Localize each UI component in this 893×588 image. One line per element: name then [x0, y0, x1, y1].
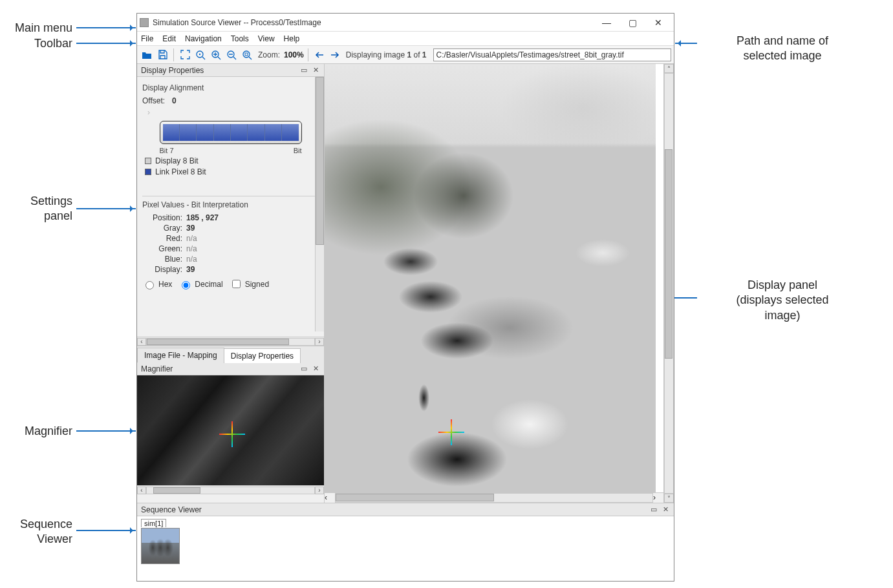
vp-vscroll-thumb[interactable] [665, 149, 672, 359]
leader-magnifier [76, 430, 136, 432]
viewport-hscroll[interactable]: ‹ › [325, 492, 663, 503]
radix-decimal[interactable]: Decimal [178, 279, 222, 289]
magnifier-header[interactable]: Magnifier ▭ ✕ [137, 362, 324, 375]
display-properties-header[interactable]: Display Properties ▭ ✕ [137, 64, 324, 77]
green-label: Green: [142, 244, 182, 253]
display-properties-body: Display Alignment Offset: 0 › Bit 7 Bit … [137, 77, 324, 346]
menu-help[interactable]: Help [284, 34, 300, 43]
radix-hex-input[interactable] [145, 281, 154, 289]
vp-hscroll-track[interactable] [335, 493, 653, 503]
gray-value: 39 [186, 224, 195, 233]
undock-icon[interactable]: ▭ [299, 66, 308, 75]
vp-hscroll-right-icon[interactable]: › [653, 493, 663, 503]
fit-window-icon[interactable] [178, 48, 192, 62]
magnifier-close-icon[interactable]: ✕ [311, 364, 320, 373]
magnifier-title: Magnifier [141, 364, 297, 373]
bit-alignment-bar[interactable] [160, 121, 302, 144]
display-label: Display: [142, 265, 182, 274]
sequence-viewer-panel: Sequence Viewer ▭ ✕ sim[1] [137, 503, 674, 581]
close-button[interactable]: ✕ [645, 14, 671, 31]
vp-vscroll-down-icon[interactable]: ˅ [664, 494, 674, 503]
svg-rect-5 [245, 53, 248, 56]
magnifier-hscroll[interactable]: ‹ › [137, 485, 324, 494]
vp-vscroll-up-icon[interactable]: ˄ [664, 64, 674, 73]
mag-hscroll-thumb[interactable] [153, 487, 200, 494]
leader-main-menu [76, 27, 136, 28]
sequence-thumb[interactable]: sim[1] [141, 519, 180, 564]
radix-hex[interactable]: Hex [142, 279, 172, 289]
toolbar-separator [173, 48, 174, 61]
viewport-vscroll[interactable]: ˄ ˅ [663, 64, 674, 503]
hscroll-thumb[interactable] [147, 339, 289, 345]
window-title: Simulation Source Viewer -- Process0/Tes… [153, 18, 594, 27]
menu-navigation[interactable]: Navigation [185, 34, 222, 43]
radix-row: Hex Decimal Signed [142, 278, 319, 290]
magnifier-undock-icon[interactable]: ▭ [299, 364, 308, 373]
zoom-region-icon[interactable] [240, 48, 254, 62]
radix-signed-input[interactable] [232, 280, 241, 288]
bit-labels: Bit 7 Bit [160, 147, 302, 154]
maximize-button[interactable]: ▢ [619, 14, 645, 31]
legend-display: Display 8 Bit [145, 156, 319, 165]
zoom-out-icon[interactable] [224, 48, 239, 62]
hscroll-left-icon[interactable]: ‹ [137, 338, 146, 346]
legend-link-text: Link Pixel 8 Bit [155, 167, 206, 176]
minimize-button[interactable]: ― [594, 14, 619, 31]
sequence-thumb-image[interactable] [141, 528, 180, 564]
properties-vscroll-thumb[interactable] [316, 77, 324, 245]
properties-hscroll[interactable]: ‹ › [137, 337, 324, 346]
hscroll-track[interactable] [146, 338, 315, 346]
zoom-actual-icon[interactable] [193, 48, 208, 62]
left-column: Display Properties ▭ ✕ Display Alignment… [137, 64, 325, 503]
properties-vscrollbar[interactable] [315, 77, 324, 331]
annot-path-name: Path and name of selected image [698, 34, 866, 64]
prev-image-button[interactable] [312, 48, 327, 62]
displaying-text: Displaying image 1 of 1 [346, 50, 427, 59]
tab-display-properties[interactable]: Display Properties [224, 348, 301, 363]
annot-magnifier: Magnifier [0, 424, 72, 439]
vp-hscroll-thumb[interactable] [336, 494, 494, 501]
sequence-close-icon[interactable]: ✕ [661, 505, 670, 514]
image-path-field[interactable]: C:/Basler/VisualApplets/Testimages/stree… [433, 48, 672, 61]
displaying-of: of [411, 50, 422, 59]
next-image-button[interactable] [328, 48, 342, 62]
zoom-in-icon[interactable] [209, 48, 223, 62]
radix-dec-input[interactable] [182, 281, 190, 289]
sequence-undock-icon[interactable]: ▭ [649, 505, 658, 514]
save-file-icon[interactable] [155, 48, 169, 62]
mag-hscroll-track[interactable] [146, 487, 315, 494]
leader-toolbar [76, 43, 136, 44]
pixel-values: Position:185 , 927 Gray:39 Red:n/a Green… [142, 213, 319, 274]
hscroll-right-icon[interactable]: › [315, 338, 324, 346]
display-panel: ‹ › ˄ ˅ [325, 64, 674, 503]
radix-dec-label: Decimal [195, 280, 222, 289]
menu-file[interactable]: File [141, 34, 153, 43]
legend-swatch-blue [145, 169, 151, 175]
image-viewport[interactable]: ‹ › [325, 64, 663, 503]
close-panel-icon[interactable]: ✕ [311, 66, 320, 75]
leader-settings [76, 208, 136, 209]
magnifier-image[interactable] [137, 375, 324, 485]
mag-hscroll-left-icon[interactable]: ‹ [137, 487, 146, 494]
menubar: File Edit Navigation Tools View Help [137, 32, 674, 46]
displaying-total: 1 [422, 50, 427, 59]
menu-view[interactable]: View [258, 34, 275, 43]
green-value: n/a [186, 244, 197, 253]
alignment-heading: Display Alignment [142, 83, 319, 92]
menu-tools[interactable]: Tools [231, 34, 249, 43]
sequence-viewer-header[interactable]: Sequence Viewer ▭ ✕ [137, 503, 674, 516]
chevron-right-icon[interactable]: › [147, 108, 319, 117]
radix-signed[interactable]: Signed [230, 278, 269, 290]
viewport-crosshair [445, 426, 458, 439]
titlebar[interactable]: Simulation Source Viewer -- Process0/Tes… [137, 14, 674, 32]
vp-hscroll-left-icon[interactable]: ‹ [325, 493, 335, 503]
bit-label-right: Bit [294, 147, 302, 154]
tab-image-file-mapping[interactable]: Image File - Mapping [137, 348, 224, 362]
open-file-icon[interactable] [140, 48, 154, 62]
toolbar-separator-2 [308, 48, 308, 61]
leader-path [675, 43, 697, 44]
menu-edit[interactable]: Edit [162, 34, 176, 43]
mag-hscroll-right-icon[interactable]: › [315, 487, 324, 494]
svg-point-1 [199, 53, 200, 54]
vp-vscroll-track[interactable] [664, 73, 674, 494]
